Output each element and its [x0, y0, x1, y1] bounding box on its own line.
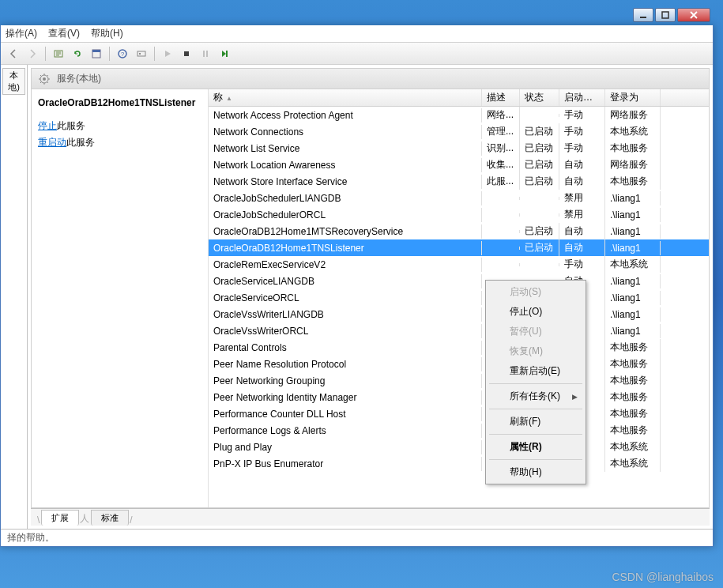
- table-row[interactable]: OracleServiceLIANGDB自动.\liang1: [209, 273, 709, 289]
- tree-node-local[interactable]: 本地): [2, 68, 25, 95]
- stop-service-link[interactable]: 停止: [38, 120, 57, 131]
- table-row[interactable]: Network Connections管理...已启动手动本地系统: [209, 123, 709, 140]
- cell-desc: [482, 247, 520, 250]
- table-row[interactable]: Performance Logs & Alerts性能...手动本地服务: [209, 422, 709, 439]
- cell-desc: [482, 213, 520, 217]
- svg-rect-11: [206, 51, 208, 57]
- cell-name: PnP-X IP Bus Enumerator: [209, 457, 482, 471]
- table-row[interactable]: Network Access Protection Agent网络...手动网络…: [209, 107, 709, 123]
- restart-service-button[interactable]: [217, 46, 232, 62]
- col-logon[interactable]: 登录为: [605, 89, 661, 106]
- ctx-stop[interactable]: 停止(O): [488, 302, 584, 322]
- col-startup[interactable]: 启动类型: [559, 89, 605, 106]
- table-row[interactable]: Peer Name Resolution Protocol手动本地服务: [209, 356, 709, 372]
- cell-logon: 本地系统: [605, 439, 661, 455]
- ctx-help[interactable]: 帮助(H): [488, 462, 584, 482]
- table-row[interactable]: PnP-X IP Bus EnumeratorPnP-...手动本地系统: [209, 455, 709, 472]
- cell-status: [520, 213, 559, 217]
- maximize-button[interactable]: [655, 8, 676, 22]
- table-row[interactable]: OracleServiceORCL自动.\liang1: [209, 289, 709, 306]
- col-status[interactable]: 状态: [520, 89, 559, 106]
- table-row[interactable]: Plug and Play使计...已启动自动本地系统: [209, 439, 709, 455]
- cell-startup: 手动: [559, 256, 605, 273]
- ctx-properties[interactable]: 属性(R): [488, 437, 584, 457]
- table-row[interactable]: Peer Networking Grouping手动本地服务: [209, 372, 709, 389]
- pause-service-button[interactable]: [198, 46, 213, 62]
- menu-help[interactable]: 帮助(H): [91, 27, 123, 40]
- table-row[interactable]: Parental Controls手动本地服务: [209, 339, 709, 356]
- toolbar-button[interactable]: [134, 46, 149, 62]
- cell-logon: 本地系统: [605, 123, 661, 140]
- cell-logon: 网络服务: [605, 107, 661, 123]
- cell-logon: 本地服务: [605, 422, 661, 439]
- table-row[interactable]: OracleOraDB12Home1MTSRecoveryService已启动自…: [209, 223, 709, 239]
- menu-action[interactable]: 操作(A): [6, 27, 37, 40]
- restart-service-link[interactable]: 重启动: [38, 137, 66, 148]
- table-row[interactable]: OracleJobSchedulerORCL禁用.\liang1: [209, 206, 709, 223]
- cell-desc: 此服...: [482, 173, 520, 190]
- table-row[interactable]: Network Location Awareness收集...已启动自动网络服务: [209, 156, 709, 173]
- start-service-button[interactable]: [160, 46, 175, 62]
- table-row[interactable]: Network List Service识别...已启动手动本地服务: [209, 140, 709, 156]
- cell-status: 已启动: [520, 156, 559, 173]
- table-row[interactable]: OracleJobSchedulerLIANGDB禁用.\liang1: [209, 190, 709, 206]
- svg-rect-8: [139, 53, 141, 55]
- cell-name: Performance Logs & Alerts: [209, 424, 482, 438]
- cell-desc: [482, 197, 520, 200]
- refresh-button[interactable]: [70, 46, 85, 62]
- table-row[interactable]: Peer Networking Identity Manager手动本地服务: [209, 389, 709, 405]
- cell-logon: 本地系统: [605, 256, 661, 273]
- cell-status: 已启动: [520, 173, 559, 190]
- back-button[interactable]: [6, 46, 21, 62]
- cell-name: OracleServiceLIANGDB: [209, 274, 482, 288]
- ctx-alltasks[interactable]: 所有任务(K)▶: [488, 386, 584, 406]
- cell-desc: 收集...: [482, 156, 520, 173]
- table-row[interactable]: Network Store Interface Service此服...已启动自…: [209, 173, 709, 190]
- table-row[interactable]: OracleVssWriterLIANGDB自动.\liang1: [209, 306, 709, 322]
- table-row[interactable]: OracleOraDB12Home1TNSListener已启动自动.\lian…: [209, 239, 709, 256]
- tree-panel: 本地): [1, 65, 28, 529]
- cell-startup: 手动: [559, 123, 605, 140]
- table-row[interactable]: OracleVssWriterORCL自动.\liang1: [209, 322, 709, 339]
- list-header: 称▲ 描述 状态 启动类型 登录为: [209, 89, 709, 107]
- ctx-restart[interactable]: 重新启动(E): [488, 361, 584, 381]
- svg-rect-1: [662, 12, 668, 18]
- separator: [45, 47, 46, 61]
- properties-button[interactable]: [88, 46, 104, 62]
- stop-service-button[interactable]: [179, 46, 194, 62]
- cell-name: Peer Name Resolution Protocol: [209, 357, 482, 371]
- cell-logon: .\liang1: [605, 307, 661, 322]
- ctx-refresh[interactable]: 刷新(F): [488, 412, 584, 432]
- minimize-button[interactable]: [633, 8, 653, 22]
- cell-logon: .\liang1: [605, 241, 661, 255]
- col-name[interactable]: 称▲: [209, 89, 482, 106]
- selected-service-name: OracleOraDB12Home1TNSListener: [38, 97, 201, 108]
- help-button[interactable]: ?: [115, 46, 130, 62]
- service-list: 称▲ 描述 状态 启动类型 登录为 Network Access Protect…: [209, 89, 709, 507]
- col-desc[interactable]: 描述: [482, 89, 520, 106]
- table-row[interactable]: OracleRemExecServiceV2手动本地系统: [209, 256, 709, 273]
- cell-logon: .\liang1: [605, 274, 661, 288]
- separator: [154, 47, 155, 61]
- tab-extended[interactable]: 扩展: [41, 510, 79, 526]
- table-row[interactable]: Performance Counter DLL Host手动本地服务: [209, 405, 709, 422]
- forward-button[interactable]: [24, 46, 40, 62]
- cell-logon: 本地服务: [605, 356, 661, 372]
- separator: [489, 383, 582, 384]
- cell-logon: 本地服务: [605, 405, 661, 422]
- close-button[interactable]: [677, 8, 710, 22]
- cell-startup: 禁用: [559, 190, 605, 206]
- separator: [489, 434, 582, 435]
- export-button[interactable]: [51, 46, 66, 62]
- cell-status: [520, 263, 559, 266]
- tab-standard[interactable]: 标准: [91, 510, 129, 526]
- cell-status: 已启动: [520, 140, 559, 156]
- tab-separator: 人: [78, 512, 91, 526]
- svg-rect-0: [640, 17, 646, 18]
- cell-startup: 自动: [559, 223, 605, 239]
- cell-name: OracleJobSchedulerLIANGDB: [209, 191, 482, 205]
- cell-desc: 管理...: [482, 123, 520, 140]
- menu-view[interactable]: 查看(V): [48, 27, 80, 40]
- list-body[interactable]: Network Access Protection Agent网络...手动网络…: [209, 107, 709, 507]
- cell-status: 已启动: [520, 223, 559, 239]
